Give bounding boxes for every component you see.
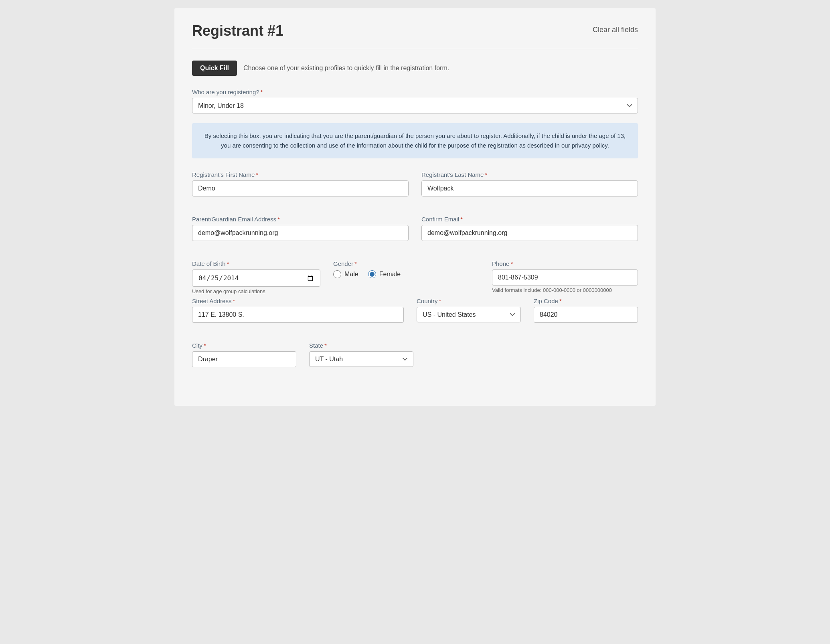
parent-email-input[interactable]: [192, 225, 409, 241]
gender-label: Gender*: [333, 260, 479, 267]
phone-required: *: [510, 260, 513, 267]
phone-input[interactable]: [492, 269, 638, 286]
quick-fill-button[interactable]: Quick Fill: [192, 61, 237, 76]
quick-fill-description: Choose one of your existing profiles to …: [243, 65, 449, 72]
city-group: City*: [192, 342, 296, 367]
city-state-row: City* State* UT - Utah CA - California T…: [192, 342, 638, 377]
dob-label: Date of Birth*: [192, 260, 320, 267]
city-input[interactable]: [192, 351, 296, 367]
phone-hint: Valid formats include: 000-000-0000 or 0…: [492, 287, 638, 293]
parent-email-required: *: [277, 216, 280, 223]
gender-female-label[interactable]: Female: [368, 270, 401, 278]
zip-code-label: Zip Code*: [534, 298, 638, 304]
state-required: *: [324, 342, 327, 349]
zip-code-input[interactable]: [534, 307, 638, 323]
state-label: State*: [309, 342, 413, 349]
parent-email-label: Parent/Guardian Email Address*: [192, 216, 409, 223]
card-header: Registrant #1 Clear all fields: [192, 22, 638, 39]
registering-field-group: Who are you registering?* Minor, Under 1…: [192, 89, 638, 113]
parent-email-group: Parent/Guardian Email Address*: [192, 216, 409, 241]
confirm-email-label: Confirm Email*: [421, 216, 638, 223]
last-name-group: Registrant's Last Name*: [421, 171, 638, 196]
street-address-label: Street Address*: [192, 298, 404, 304]
first-name-group: Registrant's First Name*: [192, 171, 409, 196]
last-name-label: Registrant's Last Name*: [421, 171, 638, 178]
first-name-input[interactable]: [192, 180, 409, 196]
gender-male-text: Male: [344, 271, 358, 278]
country-select-wrapper: US - United States CA - Canada GB - Unit…: [417, 307, 521, 322]
gender-male-radio[interactable]: [333, 270, 341, 278]
dob-hint: Used for age group calculations: [192, 288, 320, 294]
confirm-email-required: *: [460, 216, 463, 223]
country-label: Country*: [417, 298, 521, 304]
gender-female-radio[interactable]: [368, 270, 376, 278]
country-select[interactable]: US - United States CA - Canada GB - Unit…: [417, 307, 521, 322]
dob-gender-phone-row: Date of Birth* Used for age group calcul…: [192, 260, 638, 294]
zip-code-group: Zip Code*: [534, 298, 638, 323]
last-name-input[interactable]: [421, 180, 638, 196]
country-required: *: [439, 298, 441, 304]
gender-required: *: [354, 260, 357, 267]
registering-label: Who are you registering?*: [192, 89, 638, 95]
dob-input[interactable]: [192, 269, 320, 287]
required-star: *: [261, 89, 263, 95]
first-name-required: *: [256, 171, 258, 178]
registering-select-wrapper: Minor, Under 18 Myself Another Adult: [192, 98, 638, 113]
state-select-wrapper: UT - Utah CA - California TX - Texas NY …: [309, 351, 413, 367]
zip-code-required: *: [559, 298, 562, 304]
gender-female-text: Female: [379, 271, 401, 278]
phone-label: Phone*: [492, 260, 638, 267]
registering-select[interactable]: Minor, Under 18 Myself Another Adult: [192, 98, 638, 113]
confirm-email-input[interactable]: [421, 225, 638, 241]
quick-fill-row: Quick Fill Choose one of your existing p…: [192, 61, 638, 76]
guardian-info-text: By selecting this box, you are indicatin…: [204, 132, 626, 149]
gender-group: Gender* Male Female: [333, 260, 479, 294]
city-required: *: [204, 342, 206, 349]
city-label: City*: [192, 342, 296, 349]
gender-male-label[interactable]: Male: [333, 270, 358, 278]
page-title: Registrant #1: [192, 22, 283, 39]
state-select[interactable]: UT - Utah CA - California TX - Texas NY …: [309, 351, 413, 367]
state-group: State* UT - Utah CA - California TX - Te…: [309, 342, 413, 367]
street-address-input[interactable]: [192, 307, 404, 323]
name-row: Registrant's First Name* Registrant's La…: [192, 171, 638, 206]
header-divider: [192, 49, 638, 49]
street-address-group: Street Address*: [192, 298, 404, 323]
gender-options-row: Male Female: [333, 270, 479, 278]
phone-group: Phone* Valid formats include: 000-000-00…: [492, 260, 638, 294]
first-name-label: Registrant's First Name*: [192, 171, 409, 178]
confirm-email-group: Confirm Email*: [421, 216, 638, 241]
last-name-required: *: [485, 171, 487, 178]
clear-all-button[interactable]: Clear all fields: [593, 22, 638, 34]
dob-group: Date of Birth* Used for age group calcul…: [192, 260, 320, 294]
street-address-required: *: [233, 298, 235, 304]
dob-required: *: [227, 260, 229, 267]
address-country-zip-row: Street Address* Country* US - United Sta…: [192, 298, 638, 332]
registration-card: Registrant #1 Clear all fields Quick Fil…: [174, 8, 656, 406]
guardian-info-box: By selecting this box, you are indicatin…: [192, 123, 638, 158]
email-row: Parent/Guardian Email Address* Confirm E…: [192, 216, 638, 251]
country-group: Country* US - United States CA - Canada …: [417, 298, 521, 323]
